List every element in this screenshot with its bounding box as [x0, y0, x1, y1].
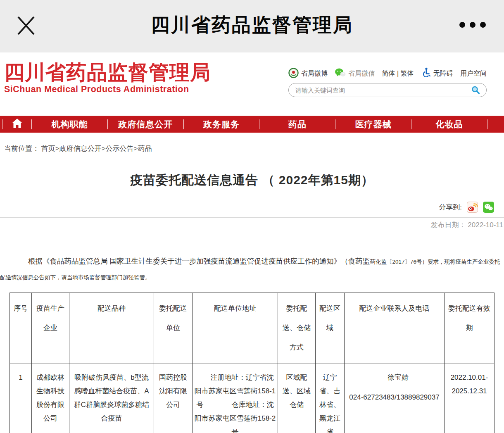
cell-region: 辽宁省、吉林省、黑龙江省	[316, 364, 345, 433]
lang-toggle[interactable]: 简体 | 繁体	[382, 69, 414, 78]
page-title: 疫苗委托配送信息通告 （ 2022年第15期）	[0, 173, 504, 187]
quick-link-weibo[interactable]: 省局微博	[288, 68, 328, 80]
header-cell-contact: 配送企业联系人及电话	[345, 293, 445, 364]
site-header: 四川省药品监督管理局 SiChuan Medical Products Admi…	[0, 52, 504, 116]
nav-home[interactable]	[2, 116, 31, 133]
quick-link-userspace[interactable]: 用户空间	[460, 69, 487, 78]
search-icon[interactable]	[471, 85, 480, 95]
wechat-icon	[335, 68, 346, 79]
quick-links: 省局微博 省局微信 简体 | 繁体	[288, 67, 487, 80]
main-nav: 机构职能 政府信息公开 政务服务 药品 医疗器械 化妆品	[0, 116, 504, 133]
header-cell-distributor: 委托配送单位	[154, 293, 193, 364]
header-right: 省局微博 省局微信 简体 | 繁体	[288, 67, 487, 97]
quick-link-accessibility-label: 无障碍	[433, 69, 453, 78]
header-cell-mode: 委托配送、仓储方式	[278, 293, 316, 364]
cell-address: 注册地址：辽宁省沈阳市苏家屯区雪莲街158-1号 仓库地址：沈阳市苏家屯区雪莲街…	[193, 364, 278, 433]
publish-date-value: 2022-10-11	[468, 221, 503, 229]
quick-link-userspace-label: 用户空间	[460, 69, 487, 78]
breadcrumb-path[interactable]: 首页>政府信息公开>公示公告>药品	[41, 145, 152, 152]
search-box	[288, 83, 487, 97]
weibo-badge-icon	[288, 68, 299, 80]
table-header-row: 序号 疫苗生产企业 配送品种 委托配送单位 配送单位地址 委托配送、仓储方式 配…	[10, 293, 494, 364]
nav-item-jigouzhineng[interactable]: 机构职能	[32, 116, 107, 133]
nav-item-huazhuangpin[interactable]: 化妆品	[411, 116, 487, 133]
more-menu-icon[interactable]	[459, 22, 486, 28]
wx-titlebar: 四川省药品监督管理局	[0, 0, 504, 52]
breadcrumb-label: 当前位置：	[4, 145, 39, 152]
nav-item-zhengfuxinxigongkai[interactable]: 政府信息公开	[108, 116, 183, 133]
quick-link-accessibility[interactable]: 无障碍	[421, 67, 453, 80]
paragraph-segment-large: 根据《食品药品监管总局 国家卫生计生委关于进一步加强疫苗流通监管促进疫苗供应工作…	[28, 257, 370, 265]
quick-link-wechat[interactable]: 省局微信	[335, 68, 375, 79]
breadcrumb: 当前位置： 首页>政府信息公开>公示公告>药品	[0, 133, 504, 153]
accessibility-icon	[421, 67, 431, 80]
site-name-en: SiChuan Medical Products Administration	[4, 84, 211, 95]
nav-item-zhengwufuwu[interactable]: 政务服务	[184, 116, 259, 133]
home-icon	[12, 118, 23, 130]
contact-name: 徐宝婧	[354, 371, 442, 384]
cell-contact: 徐宝婧 024-62723483/13889829037	[345, 364, 445, 433]
cell-products: 吸附破伤风疫苗、b型流感嗜血杆菌结合疫苗、A群C群脑膜炎球菌多糖结合疫苗	[69, 364, 154, 433]
site-logo: 四川省药品监督管理局 SiChuan Medical Products Admi…	[4, 62, 211, 95]
table-row: 1 成都欧林生物科技股份有限公司 吸附破伤风疫苗、b型流感嗜血杆菌结合疫苗、A群…	[10, 364, 494, 433]
quick-link-weibo-label: 省局微博	[301, 69, 328, 78]
cell-distributor: 国药控股沈阳有限公司	[154, 364, 193, 433]
window-title: 四川省药品监督管理局	[0, 12, 504, 38]
cell-mode: 区域配送、区域仓储	[278, 364, 316, 433]
info-table: 序号 疫苗生产企业 配送品种 委托配送单位 配送单位地址 委托配送、仓储方式 配…	[10, 293, 494, 433]
site-name-zh: 四川省药品监督管理局	[4, 62, 211, 84]
header-cell-manufacturer: 疫苗生产企业	[32, 293, 69, 364]
search-input[interactable]	[295, 86, 471, 94]
header-cell-address: 配送单位地址	[193, 293, 278, 364]
publish-date-row: 发布日期： 2022-10-11	[0, 218, 504, 230]
quick-link-wechat-label: 省局微信	[348, 69, 375, 78]
nav-end-spacer	[487, 116, 504, 133]
nav-item-yiliaoqixie[interactable]: 医疗器械	[335, 116, 411, 133]
header-cell-validity: 委托配送有效期	[445, 293, 494, 364]
wechat-share-icon[interactable]	[483, 202, 494, 213]
cell-validity: 2022.10.01-2025.12.31	[445, 364, 494, 433]
share-row: 分享到:	[0, 201, 504, 213]
cell-seq: 1	[10, 364, 32, 433]
contact-phone: 024-62723483/13889829037	[346, 390, 442, 404]
header-cell-seq: 序号	[10, 293, 32, 364]
weibo-share-icon[interactable]	[467, 202, 478, 213]
nav-item-yaopin[interactable]: 药品	[259, 116, 335, 133]
cell-manufacturer: 成都欧林生物科技股份有限公司	[32, 364, 69, 433]
publish-date-label: 发布日期：	[431, 221, 466, 229]
header-cell-products: 配送品种	[69, 293, 154, 364]
header-cell-region: 配送区域	[316, 293, 345, 364]
article-paragraph: 根据《食品药品监管总局 国家卫生计生委关于进一步加强疫苗流通监管促进疫苗供应工作…	[0, 254, 504, 285]
lang-toggle-label: 简体 | 繁体	[382, 69, 414, 78]
share-label: 分享到:	[439, 202, 462, 212]
